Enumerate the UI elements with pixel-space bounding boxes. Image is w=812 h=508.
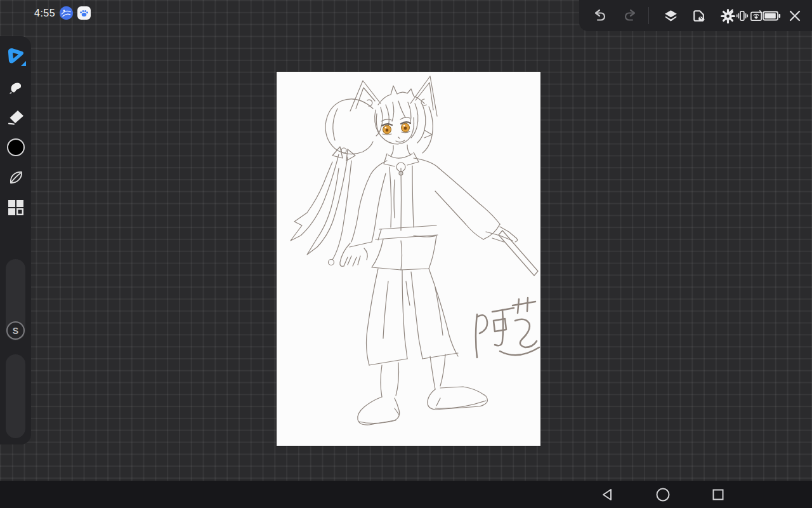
gear-icon [720, 8, 736, 24]
current-color-swatch [7, 138, 25, 156]
smudge-tool-button[interactable] [4, 75, 27, 98]
opacity-slider[interactable] [6, 354, 25, 438]
globe-app-icon [60, 6, 73, 20]
brush-icon [5, 45, 27, 67]
nav-home-button[interactable] [655, 486, 671, 503]
recents-square-icon [710, 487, 726, 502]
layers-icon [663, 8, 679, 24]
layers-button[interactable] [662, 8, 679, 24]
drawing-canvas[interactable] [277, 72, 540, 446]
export-button[interactable] [690, 8, 707, 24]
undo-button[interactable] [592, 8, 608, 24]
redo-button[interactable] [622, 8, 638, 24]
eraser-icon [7, 108, 25, 126]
android-nav-bar [0, 481, 812, 508]
app-stage: 4:55 [0, 0, 812, 508]
settings-button[interactable] [719, 8, 736, 24]
vibrate-icon [736, 8, 749, 24]
size-slider-badge[interactable]: S [6, 321, 25, 340]
status-bar-left: 4:55 [34, 6, 91, 20]
battery-icon [763, 8, 781, 24]
eraser-tool-button[interactable] [4, 105, 27, 128]
export-icon [691, 8, 707, 24]
size-badge-label: S [13, 326, 18, 336]
screen-cast-icon [749, 8, 763, 24]
top-toolbar [579, 0, 812, 31]
nav-recents-button[interactable] [710, 486, 726, 503]
assets-grid-button[interactable] [4, 196, 27, 219]
clock: 4:55 [34, 8, 55, 19]
paw-app-icon [77, 6, 91, 20]
leaf-tool-button[interactable] [4, 166, 27, 189]
color-swatch-button[interactable] [4, 136, 27, 159]
artwork-sketch [277, 72, 540, 446]
artist-signature [476, 298, 539, 358]
grid-icon [8, 199, 24, 216]
toolbar-divider [648, 7, 649, 24]
brush-tool-button[interactable] [4, 44, 27, 67]
leaf-icon [7, 169, 25, 187]
close-button[interactable] [787, 8, 803, 24]
redo-icon [622, 8, 638, 23]
close-icon [788, 9, 802, 23]
nav-back-button[interactable] [599, 486, 616, 503]
back-triangle-icon [600, 487, 615, 502]
home-circle-icon [655, 486, 671, 503]
smudge-icon [7, 77, 25, 95]
undo-icon [593, 8, 608, 23]
left-toolbar: S 0 [0, 36, 31, 444]
character-eyes [383, 123, 410, 134]
